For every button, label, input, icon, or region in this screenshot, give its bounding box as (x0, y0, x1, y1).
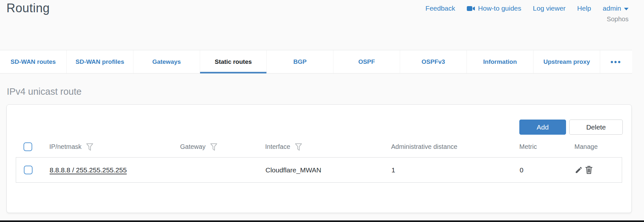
tab-ospfv3[interactable]: OSPFv3 (400, 50, 467, 73)
chevron-down-icon (624, 8, 629, 10)
filter-icon[interactable] (86, 142, 93, 151)
row-metric: 0 (520, 166, 575, 174)
user-menu-label: admin (603, 5, 621, 12)
row-checkbox[interactable] (24, 166, 33, 174)
col-manage: Manage (574, 143, 598, 150)
tab-information[interactable]: Information (467, 50, 533, 73)
brand-label: Sophos (607, 15, 629, 23)
col-ip-netmask: IP/netmask (49, 143, 82, 150)
col-gateway: Gateway (180, 143, 206, 150)
row-interface: Cloudflare_MWAN (265, 166, 391, 174)
tab-bgp[interactable]: BGP (267, 50, 333, 73)
table-row: 8.8.8.8 / 255.255.255.255 Cloudflare_MWA… (16, 157, 622, 183)
add-button[interactable]: Add (519, 120, 566, 135)
tab-gateways[interactable]: Gateways (133, 50, 200, 73)
delete-button[interactable]: Delete (569, 120, 623, 135)
tab-sdwan-routes[interactable]: SD-WAN routes (0, 50, 67, 73)
col-metric: Metric (519, 143, 537, 150)
filter-icon[interactable] (210, 142, 217, 151)
row-admin-distance: 1 (391, 166, 520, 174)
edit-pencil-icon[interactable] (575, 166, 583, 174)
delete-trash-icon[interactable] (585, 166, 593, 174)
how-to-guides-label: How-to guides (478, 5, 521, 12)
select-all-checkbox[interactable] (24, 142, 32, 151)
col-admin-distance: Administrative distance (391, 143, 457, 150)
page-title: Routing (6, 1, 50, 15)
tab-upstream-proxy[interactable]: Upstream proxy (533, 50, 600, 73)
feedback-label: Feedback (426, 5, 455, 12)
col-interface: Interface (265, 143, 290, 150)
log-viewer-label: Log viewer (533, 5, 566, 12)
user-menu[interactable]: admin (603, 5, 629, 12)
tab-overflow-ellipsis-icon[interactable]: ••• (600, 50, 632, 73)
tab-static-routes[interactable]: Static routes (200, 50, 267, 73)
how-to-guides-link[interactable]: How-to guides (467, 5, 521, 12)
filter-icon[interactable] (295, 142, 302, 151)
tab-ospf[interactable]: OSPF (333, 50, 400, 73)
help-link[interactable]: Help (577, 5, 591, 12)
feedback-link[interactable]: Feedback (426, 5, 455, 12)
top-nav: Feedback How-to guides Log viewer Help a… (426, 5, 629, 12)
video-camera-icon (467, 6, 475, 11)
route-ip-link[interactable]: 8.8.8.8 / 255.255.255.255 (50, 166, 127, 174)
help-label: Help (577, 5, 591, 12)
table-header: IP/netmask Gateway Interface (16, 136, 622, 157)
screen-bottom-edge (0, 220, 644, 222)
section-heading: IPv4 unicast route (7, 86, 82, 97)
tab-sdwan-profiles[interactable]: SD-WAN profiles (67, 50, 133, 73)
log-viewer-link[interactable]: Log viewer (533, 5, 566, 12)
static-routes-panel: Add Delete IP/netmask Gateway Interface (6, 104, 632, 213)
panel-actions: Add Delete (519, 120, 623, 135)
tab-bar: SD-WAN routes SD-WAN profiles Gateways S… (0, 50, 632, 73)
